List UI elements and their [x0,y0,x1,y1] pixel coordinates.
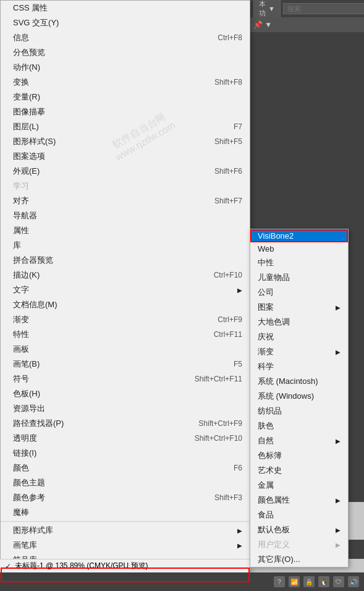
submenu-item-art-history[interactable]: 艺术史 [250,463,348,478]
menu-item-special[interactable]: 特性Ctrl+F11 [1,327,250,342]
menu-item-export[interactable]: 资源导出 [1,401,250,416]
submenu-item-swatch-book[interactable]: 色标簿 [250,448,348,463]
menu-item-image-trace[interactable]: 图像描摹 [1,104,250,119]
menu-item-label-pattern: 图案选项 [13,151,242,162]
menu-item-label-path-find: 路径查找器(P) [13,418,174,429]
menu-item-shortcut-special: Ctrl+F11 [214,330,242,339]
menu-item-graphic-style[interactable]: 图形样式(S)Shift+F5 [1,134,250,149]
submenu-label-swatch-book: 色标簿 [258,450,282,461]
lock-icon[interactable]: 🔒 [303,576,315,587]
submenu-item-system-win[interactable]: 系统 (Windows) [250,389,348,404]
submenu-item-system-mac[interactable]: 系统 (Macintosh) [250,374,348,389]
submenu-item-textile[interactable]: 纺织品 [250,404,348,419]
submenu-item-food[interactable]: 食品 [250,508,348,522]
menu-item-magic[interactable]: 魔棒 [1,505,250,520]
menu-item-combine-prev[interactable]: 拼合器预览 [1,253,250,268]
submenu-item-default-swatch[interactable]: 默认色板▶ [250,522,348,537]
submenu-label-neutral: 中性 [258,257,274,268]
menu-item-color-ref[interactable]: 颜色参考Shift+F3 [1,490,250,505]
menu-item-color-board[interactable]: 色板(H) [1,386,250,401]
submenu-item-other-lib[interactable]: 其它库(O)... [250,552,348,567]
menu-item-shortcut-trace: Ctrl+F10 [214,271,242,279]
menu-item-link[interactable]: 链接(I) [1,446,250,461]
submenu-item-celebrate[interactable]: 庆祝 [250,330,348,344]
menu-item-css[interactable]: CSS 属性 [1,1,250,15]
qq-icon[interactable]: 🐧 [318,576,329,587]
menu-item-text[interactable]: 文字▶ [1,283,250,297]
menu-item-gradient[interactable]: 渐变Ctrl+F9 [1,312,250,327]
submenu-label-food: 食品 [258,509,274,521]
menu-item-label-info: 信息 [13,32,193,43]
menu-item-label-magic: 魔棒 [13,507,242,518]
menu-item-label-action: 动作(N) [13,62,242,73]
submenu-arrow-pattern2: ▶ [336,304,341,311]
submenu-label-metal: 金属 [258,480,274,491]
menu-item-shortcut-symbol: Shift+Ctrl+F11 [195,375,242,383]
search-input[interactable] [283,3,364,14]
menu-item-label-text: 文字 [13,284,232,296]
submenu-item-kids[interactable]: 儿童物品 [250,270,348,285]
submenu-item-company[interactable]: 公司 [250,285,348,300]
submenu-item-pattern2[interactable]: 图案▶ [250,300,348,315]
menu-item-label-layer: 图层(L) [13,121,209,132]
submenu-item-user-defined[interactable]: 用户定义▶ [250,537,348,552]
submenu-label-other-lib: 其它库(O)... [258,554,300,565]
menu-item-shortcut-opacity: Shift+Ctrl+F10 [195,434,242,443]
menu-item-navigator[interactable]: 导航器 [1,208,250,223]
right-panel-pin: 📌 ▼ [250,17,364,32]
system-tray: ? 📶 🔒 🐧 🛡 🔊 [274,576,359,587]
menu-item-opacity[interactable]: 透明度Shift+Ctrl+F10 [1,431,250,446]
submenu-arrow-user-defined: ▶ [336,542,341,548]
menu-item-library[interactable]: 库 [1,238,250,253]
menu-item-label-library: 库 [13,240,242,251]
menu-item-graphic-lib[interactable]: 图形样式库▶ [1,523,250,538]
menu-item-shortcut-color-ref: Shift+F3 [214,493,242,502]
submenu-label-nature: 自然 [258,435,274,446]
submenu-item-neutral[interactable]: 中性 [250,255,348,270]
menu-item-align[interactable]: 对齐Shift+F7 [1,193,250,208]
submenu-label-web: Web [258,244,274,253]
menu-item-symbol[interactable]: 符号Shift+Ctrl+F11 [1,372,250,386]
submenu-item-science[interactable]: 科学 [250,359,348,374]
menu-item-pattern[interactable]: 图案选项 [1,149,250,164]
submenu-item-color-prop[interactable]: 颜色属性▶ [250,493,348,508]
menu-item-label-color-ref: 颜色参考 [13,492,190,503]
menu-item-property[interactable]: 属性 [1,223,250,238]
menu-item-action[interactable]: 动作(N) [1,60,250,75]
menu-item-svg[interactable]: SVG 交互(Y) [1,15,250,30]
menu-item-color-sep[interactable]: 分色预览 [1,45,250,60]
shield-icon[interactable]: 🛡 [333,576,344,587]
menu-item-layer[interactable]: 图层(L)F7 [1,119,250,134]
menu-item-color[interactable]: 颜色F6 [1,461,250,475]
submenu-item-earth[interactable]: 大地色调 [250,315,348,330]
menu-item-path-find[interactable]: 路径查找器(P)Shift+Ctrl+F9 [1,416,250,431]
menu-item-info[interactable]: 信息Ctrl+F8 [1,30,250,45]
submenu-item-skin[interactable]: 肤色 [250,419,348,433]
volume-icon[interactable]: 🔊 [348,576,359,587]
menu-item-variable[interactable]: 变量(R) [1,90,250,104]
menu-item-label-doc-info: 文档信息(M) [13,299,242,310]
submenu-item-gradient2[interactable]: 渐变▶ [250,344,348,359]
submenu-item-nature[interactable]: 自然▶ [250,433,348,448]
menu-item-label-color-sep: 分色预览 [13,47,242,58]
submenu-item-metal[interactable]: 金属 [250,478,348,493]
menu-item-artboard[interactable]: 画板 [1,342,250,357]
submenu-label-textile: 纺织品 [258,406,282,417]
menu-item-brush-lib[interactable]: 画笔库▶ [1,538,250,553]
menu-item-color-theme[interactable]: 颜色主题 [1,475,250,490]
help-icon[interactable]: ? [274,576,285,587]
submenu-item-web[interactable]: Web [250,242,348,255]
menu-item-study[interactable]: 学习 [1,179,250,193]
menu-item-transform[interactable]: 变换Shift+F8 [1,75,250,90]
submenu-label-visibone2: VisiBone2 [258,231,294,240]
menu-item-trace[interactable]: 描边(K)Ctrl+F10 [1,268,250,283]
menu-item-shortcut-transform: Shift+F8 [214,78,242,87]
submenu-arrow-default-swatch: ▶ [336,527,341,534]
menu-item-shortcut-color: F6 [234,464,242,472]
menu-item-appearance[interactable]: 外观(E)Shift+F6 [1,164,250,179]
menu-item-doc-info[interactable]: 文档信息(M) [1,297,250,312]
submenu-item-visibone2[interactable]: VisiBone2 [250,229,348,242]
menu-item-brush[interactable]: 画笔(B)F5 [1,357,250,372]
submenu-label-company: 公司 [258,287,274,298]
wifi-icon[interactable]: 📶 [289,576,300,587]
